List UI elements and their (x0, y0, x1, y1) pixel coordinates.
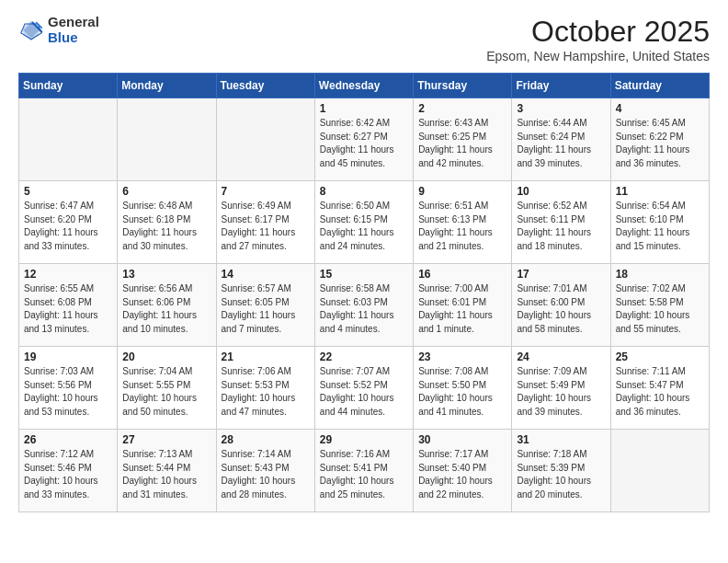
day-number: 9 (418, 185, 506, 198)
day-cell: 28Sunrise: 7:14 AM Sunset: 5:43 PM Dayli… (216, 430, 314, 512)
day-number: 23 (418, 350, 506, 363)
day-info: Sunrise: 7:11 AM Sunset: 5:47 PM Dayligh… (616, 365, 704, 419)
day-info: Sunrise: 7:01 AM Sunset: 6:00 PM Dayligh… (517, 282, 605, 336)
day-info: Sunrise: 6:54 AM Sunset: 6:10 PM Dayligh… (616, 200, 704, 253)
calendar-container: General Blue October 2025 Epsom, New Ham… (0, 0, 728, 527)
day-cell: 15Sunrise: 6:58 AM Sunset: 6:03 PM Dayli… (314, 264, 413, 347)
day-cell: 17Sunrise: 7:01 AM Sunset: 6:00 PM Dayli… (512, 264, 610, 347)
day-cell: 26Sunrise: 7:12 AM Sunset: 5:46 PM Dayli… (19, 430, 118, 512)
day-cell: 23Sunrise: 7:08 AM Sunset: 5:50 PM Dayli… (414, 347, 512, 430)
day-number: 10 (517, 185, 605, 198)
col-friday: Friday (512, 74, 610, 98)
day-cell: 25Sunrise: 7:11 AM Sunset: 5:47 PM Dayli… (610, 347, 709, 430)
day-cell: 16Sunrise: 7:00 AM Sunset: 6:01 PM Dayli… (414, 264, 512, 347)
col-saturday: Saturday (610, 74, 709, 98)
col-sunday: Sunday (19, 74, 118, 98)
col-wednesday: Wednesday (314, 74, 413, 98)
day-cell: 1Sunrise: 6:42 AM Sunset: 6:27 PM Daylig… (314, 98, 413, 181)
day-cell: 6Sunrise: 6:48 AM Sunset: 6:18 PM Daylig… (118, 181, 216, 264)
day-info: Sunrise: 7:00 AM Sunset: 6:01 PM Dayligh… (418, 282, 506, 336)
day-cell: 24Sunrise: 7:09 AM Sunset: 5:49 PM Dayli… (512, 347, 610, 430)
logo-icon (18, 17, 44, 43)
day-number: 6 (122, 185, 210, 198)
day-number: 11 (616, 185, 704, 198)
header-row: Sunday Monday Tuesday Wednesday Thursday… (19, 74, 710, 98)
day-info: Sunrise: 6:52 AM Sunset: 6:11 PM Dayligh… (517, 200, 605, 253)
logo: General Blue (18, 15, 99, 45)
week-row-1: 1Sunrise: 6:42 AM Sunset: 6:27 PM Daylig… (19, 98, 710, 181)
week-row-5: 26Sunrise: 7:12 AM Sunset: 5:46 PM Dayli… (19, 430, 710, 512)
day-info: Sunrise: 7:17 AM Sunset: 5:40 PM Dayligh… (418, 448, 506, 501)
day-number: 28 (222, 433, 310, 446)
day-info: Sunrise: 6:44 AM Sunset: 6:24 PM Dayligh… (517, 117, 605, 170)
day-info: Sunrise: 7:12 AM Sunset: 5:46 PM Dayligh… (24, 448, 112, 501)
day-number: 8 (320, 185, 408, 198)
day-info: Sunrise: 6:56 AM Sunset: 6:06 PM Dayligh… (122, 282, 210, 336)
day-cell: 9Sunrise: 6:51 AM Sunset: 6:13 PM Daylig… (414, 181, 512, 264)
day-cell (19, 98, 118, 181)
day-cell: 12Sunrise: 6:55 AM Sunset: 6:08 PM Dayli… (19, 264, 118, 347)
day-cell: 18Sunrise: 7:02 AM Sunset: 5:58 PM Dayli… (610, 264, 709, 347)
col-thursday: Thursday (414, 74, 512, 98)
day-info: Sunrise: 6:57 AM Sunset: 6:05 PM Dayligh… (222, 282, 310, 336)
day-info: Sunrise: 7:18 AM Sunset: 5:39 PM Dayligh… (517, 448, 605, 501)
day-cell: 22Sunrise: 7:07 AM Sunset: 5:52 PM Dayli… (314, 347, 413, 430)
day-number: 14 (222, 268, 310, 281)
day-number: 29 (320, 433, 408, 446)
day-info: Sunrise: 6:50 AM Sunset: 6:15 PM Dayligh… (320, 200, 408, 253)
day-cell (216, 98, 314, 181)
day-number: 22 (320, 350, 408, 363)
day-cell: 13Sunrise: 6:56 AM Sunset: 6:06 PM Dayli… (118, 264, 216, 347)
day-cell (610, 430, 709, 512)
day-number: 31 (517, 433, 605, 446)
col-monday: Monday (118, 74, 216, 98)
day-cell: 31Sunrise: 7:18 AM Sunset: 5:39 PM Dayli… (512, 430, 610, 512)
day-number: 13 (122, 268, 210, 281)
day-number: 17 (517, 268, 605, 281)
day-cell: 5Sunrise: 6:47 AM Sunset: 6:20 PM Daylig… (19, 181, 118, 264)
day-info: Sunrise: 7:13 AM Sunset: 5:44 PM Dayligh… (122, 448, 210, 501)
col-tuesday: Tuesday (216, 74, 314, 98)
day-number: 16 (418, 268, 506, 281)
day-number: 1 (320, 102, 408, 115)
day-info: Sunrise: 6:48 AM Sunset: 6:18 PM Dayligh… (122, 200, 210, 253)
day-cell: 2Sunrise: 6:43 AM Sunset: 6:25 PM Daylig… (414, 98, 512, 181)
location-text: Epsom, New Hampshire, United States (486, 49, 710, 63)
header: General Blue October 2025 Epsom, New Ham… (18, 15, 710, 63)
week-row-3: 12Sunrise: 6:55 AM Sunset: 6:08 PM Dayli… (19, 264, 710, 347)
day-info: Sunrise: 7:07 AM Sunset: 5:52 PM Dayligh… (320, 365, 408, 419)
day-info: Sunrise: 6:55 AM Sunset: 6:08 PM Dayligh… (24, 282, 112, 336)
day-number: 19 (24, 350, 112, 363)
day-cell: 4Sunrise: 6:45 AM Sunset: 6:22 PM Daylig… (610, 98, 709, 181)
day-cell: 7Sunrise: 6:49 AM Sunset: 6:17 PM Daylig… (216, 181, 314, 264)
day-info: Sunrise: 6:43 AM Sunset: 6:25 PM Dayligh… (418, 117, 506, 170)
day-info: Sunrise: 7:09 AM Sunset: 5:49 PM Dayligh… (517, 365, 605, 419)
day-number: 27 (122, 433, 210, 446)
day-info: Sunrise: 6:58 AM Sunset: 6:03 PM Dayligh… (320, 282, 408, 336)
day-number: 21 (222, 350, 310, 363)
day-number: 12 (24, 268, 112, 281)
day-info: Sunrise: 6:47 AM Sunset: 6:20 PM Dayligh… (24, 200, 112, 253)
day-cell: 21Sunrise: 7:06 AM Sunset: 5:53 PM Dayli… (216, 347, 314, 430)
day-cell: 29Sunrise: 7:16 AM Sunset: 5:41 PM Dayli… (314, 430, 413, 512)
calendar-table: Sunday Monday Tuesday Wednesday Thursday… (18, 73, 710, 512)
day-info: Sunrise: 6:42 AM Sunset: 6:27 PM Dayligh… (320, 117, 408, 170)
day-number: 3 (517, 102, 605, 115)
title-block: October 2025 Epsom, New Hampshire, Unite… (486, 15, 710, 63)
day-info: Sunrise: 7:08 AM Sunset: 5:50 PM Dayligh… (418, 365, 506, 419)
month-title: October 2025 (486, 15, 710, 49)
day-number: 15 (320, 268, 408, 281)
day-cell: 27Sunrise: 7:13 AM Sunset: 5:44 PM Dayli… (118, 430, 216, 512)
week-row-2: 5Sunrise: 6:47 AM Sunset: 6:20 PM Daylig… (19, 181, 710, 264)
day-number: 18 (616, 268, 704, 281)
day-info: Sunrise: 6:49 AM Sunset: 6:17 PM Dayligh… (222, 200, 310, 253)
day-info: Sunrise: 7:06 AM Sunset: 5:53 PM Dayligh… (222, 365, 310, 419)
day-cell: 11Sunrise: 6:54 AM Sunset: 6:10 PM Dayli… (610, 181, 709, 264)
day-number: 20 (122, 350, 210, 363)
day-cell: 3Sunrise: 6:44 AM Sunset: 6:24 PM Daylig… (512, 98, 610, 181)
logo-text: General Blue (48, 15, 99, 45)
day-number: 26 (24, 433, 112, 446)
day-cell: 10Sunrise: 6:52 AM Sunset: 6:11 PM Dayli… (512, 181, 610, 264)
day-info: Sunrise: 7:03 AM Sunset: 5:56 PM Dayligh… (24, 365, 112, 419)
day-cell: 8Sunrise: 6:50 AM Sunset: 6:15 PM Daylig… (314, 181, 413, 264)
